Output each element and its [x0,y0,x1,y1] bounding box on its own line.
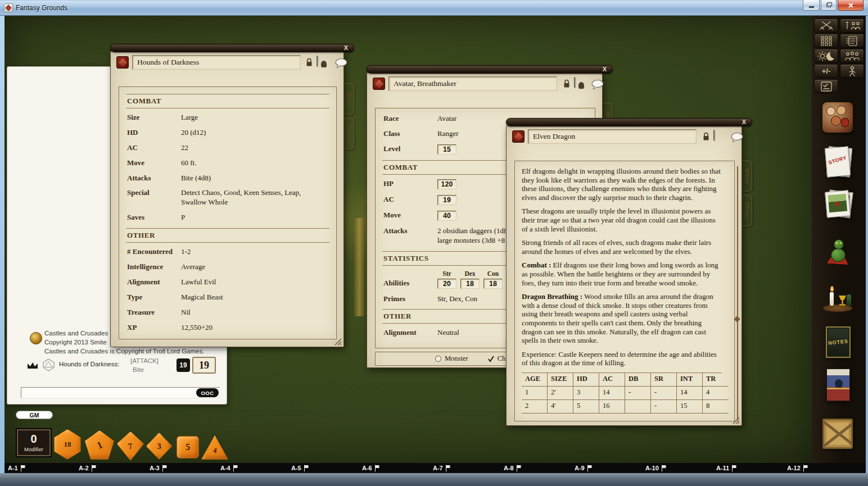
record-die-icon[interactable] [373,78,385,90]
flag-icon [516,465,522,472]
notes-button[interactable]: NOTES [820,325,857,362]
npc-name-field[interactable] [132,55,301,70]
tab-other[interactable]: Other [742,195,752,226]
flag-icon [20,465,26,472]
hotkey-tab[interactable]: A-2 [79,463,97,473]
hotkey-tab[interactable]: A-10 [645,463,667,473]
items-button[interactable] [820,280,857,317]
die-result-chip[interactable]: 19 [177,358,190,372]
monster-head [834,239,844,249]
modules-button[interactable] [820,367,857,405]
die-d6[interactable]: 5 [177,436,199,458]
portrait-icon[interactable] [574,77,575,88]
effects-button[interactable] [814,79,838,93]
flag-icon [731,465,737,472]
flag-icon [233,465,238,472]
close-icon[interactable]: X [603,66,607,74]
lock-icon[interactable] [702,131,710,141]
str-field[interactable]: 20 [437,279,456,289]
hotkey-tab[interactable]: A-3 [150,463,168,473]
os-title-bar[interactable]: Fantasy Grounds [0,0,868,16]
move-field[interactable]: 40 [437,211,456,221]
stat-row: TypeMagical Beast [127,293,328,302]
notes-label: NOTES [828,338,849,346]
sheet-content: COMBAT SizeLarge HD20 (d12) AC22 Move60 … [119,87,337,339]
library-button[interactable] [840,19,864,33]
hotkey-tab[interactable]: A-5 [291,463,309,473]
story-paragraph: Dragon Breathing : Wood smoke fills an a… [522,292,722,345]
hotkey-tab[interactable]: A-8 [504,463,522,473]
restore-button[interactable] [821,0,837,11]
monster-radio[interactable] [435,356,441,362]
lock-icon[interactable] [305,57,313,67]
chat-bubble-icon[interactable] [730,132,744,143]
tokens-bag-button[interactable] [840,64,864,78]
chat-bubble-icon[interactable] [334,58,348,69]
desktop-edge-left [0,16,4,473]
close-window-button[interactable] [838,0,864,11]
tab-main[interactable]: Main [344,83,354,115]
dex-field[interactable]: 18 [460,279,480,289]
window-drag-bar[interactable]: X [367,65,613,74]
hotkey-tab[interactable]: A-1 [8,463,26,473]
window-title: Fantasy Grounds [16,4,67,12]
window-drag-bar[interactable]: X [506,118,752,126]
ac-field[interactable]: 19 [437,195,456,205]
ooc-mode-badge[interactable]: OOC [196,388,219,397]
hotkey-tab[interactable]: A-6 [362,463,380,473]
tab-other[interactable]: Other [344,118,354,149]
record-die-icon[interactable] [512,130,525,143]
con-field[interactable]: 18 [483,279,503,289]
story-button[interactable]: STORY [820,146,857,183]
close-icon[interactable]: X [344,44,348,52]
chat-input[interactable] [21,387,220,398]
character-check-icon[interactable] [487,356,495,362]
tokens-button[interactable] [820,235,857,272]
window-drag-bar[interactable]: X [110,44,354,52]
lock-icon[interactable] [563,79,571,88]
hotkey-tab[interactable]: A-7 [433,463,451,473]
modifier-label: Modifier [24,446,43,452]
hotkey-tab[interactable]: A-11 [716,463,737,473]
record-die-icon[interactable] [116,56,129,69]
level-field[interactable]: 15 [437,144,456,155]
crossed-swords-icon [817,20,836,31]
chat-bubble-icon[interactable] [591,79,604,90]
app-icon [4,3,13,12]
stat-row: SizeLarge [127,113,328,122]
hotkey-tab[interactable]: A-9 [575,463,593,473]
crown-icon [26,361,39,370]
notebook-button[interactable] [840,34,864,48]
images-button[interactable] [820,190,857,227]
minimize-button[interactable] [803,0,820,11]
flag-icon [91,465,97,472]
portrait-icon[interactable] [317,56,318,66]
party-button[interactable] [840,49,864,63]
gm-identity-button[interactable]: GM [16,411,53,419]
monster-radio-label: Monster [445,355,468,363]
hotkey-tab[interactable]: A-4 [220,463,238,473]
modifier-box[interactable]: 0 Modifier [16,428,52,457]
resize-grip[interactable] [334,338,342,345]
options-button[interactable] [814,49,838,63]
crate-art [822,419,853,449]
characters-button[interactable] [820,100,857,137]
hp-field[interactable]: 120 [437,179,456,189]
scrollbar-handle[interactable] [734,316,740,322]
resize-grip[interactable] [733,416,740,424]
story-paragraph: Experience: Castle Keepers need to deter… [522,350,722,367]
character-name-field[interactable] [388,76,557,91]
tab-main[interactable]: Main [742,160,752,192]
dice-tower-button[interactable] [814,34,838,48]
attack-tools-button[interactable] [814,19,838,33]
tables-crate-button[interactable] [820,416,857,453]
close-icon[interactable]: X [742,119,746,126]
roll-total-box[interactable]: 19 [192,357,216,374]
window-body: COMBAT SizeLarge HD20 (d12) AC22 Move60 … [110,51,344,347]
hotkey-tab[interactable]: A-12 [787,463,808,473]
image-icon[interactable] [713,130,715,140]
scrollbar-track[interactable] [737,166,738,420]
story-name-field[interactable] [528,129,697,144]
age-table: AGE SIZE HD AC DB SR INT TR 1 2' 3 14 - … [522,373,722,414]
modifiers-button[interactable]: +/- [814,64,838,78]
